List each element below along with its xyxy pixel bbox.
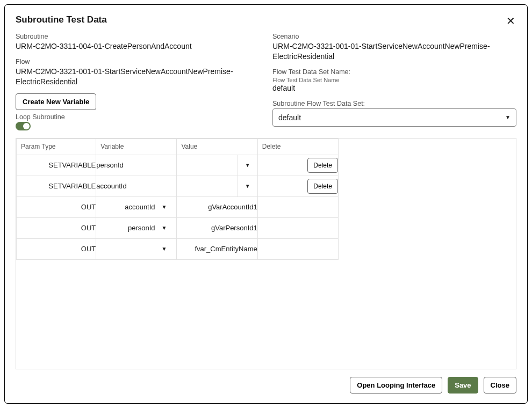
cell-param-type: OUT [17, 196, 96, 217]
table-row: SETVARIABLEaccountId▼Delete [17, 176, 339, 196]
cell-value: fvar_CmEntityName [177, 238, 257, 259]
cell-variable[interactable]: personId [96, 155, 177, 176]
delete-button[interactable]: Delete [307, 158, 338, 173]
subroutine-value: URM-C2MO-3311-004-01-CreatePersonAndAcco… [16, 41, 260, 52]
cell-value: gVarAccountId1 [177, 196, 257, 217]
scenario-label: Scenario [272, 33, 516, 40]
flow-tds-name-label: Flow Test Data Set Name: [272, 68, 516, 76]
close-icon[interactable]: ✕ [505, 14, 516, 27]
cell-delete [257, 217, 338, 238]
cell-variable[interactable]: accountId [96, 176, 177, 196]
cell-delete: Delete [257, 155, 338, 176]
table-row: SETVARIABLEpersonId▼Delete [17, 155, 339, 176]
flow-value: URM-C2MO-3321-001-01-StartServiceNewAcco… [16, 67, 260, 87]
dialog-footer: Open Looping Interface Save Close [16, 369, 516, 394]
params-grid: Param Type Variable Value Delete SETVARI… [16, 139, 339, 260]
cell-delete: Delete [257, 176, 338, 196]
flow-tds-name-sublabel: Flow Test Data Set Name [272, 77, 516, 83]
subroutine-flow-tds-label: Subroutine Flow Test Data Set: [272, 100, 516, 107]
subroutine-test-data-dialog: Subroutine Test Data ✕ Subroutine URM-C2… [4, 4, 528, 404]
cell-param-type: OUT [17, 238, 96, 259]
cell-variable[interactable]: accountId▼ [96, 196, 177, 217]
close-button[interactable]: Close [484, 377, 516, 394]
cell-value: ▼ [177, 155, 257, 176]
table-row: OUTpersonId▼gVarPersonId1 [17, 217, 339, 238]
chevron-down-icon: ▼ [505, 114, 511, 120]
delete-button[interactable]: Delete [307, 179, 338, 194]
cell-param-type: SETVARIABLE [17, 155, 96, 176]
chevron-down-icon: ▼ [245, 183, 250, 189]
subroutine-flow-tds-select[interactable]: default ▼ [272, 108, 516, 127]
chevron-down-icon: ▼ [162, 204, 167, 210]
params-grid-wrap: Param Type Variable Value Delete SETVARI… [16, 138, 516, 369]
loop-subroutine-toggle[interactable] [16, 122, 31, 130]
chevron-down-icon: ▼ [245, 162, 250, 168]
cell-delete [257, 196, 338, 217]
cell-delete [257, 238, 338, 259]
col-header-variable: Variable [96, 139, 177, 155]
loop-subroutine-label: Loop Subroutine [16, 113, 260, 121]
value-input[interactable] [177, 176, 238, 196]
variable-selected: personId [128, 224, 155, 232]
cell-variable[interactable]: personId▼ [96, 217, 177, 238]
flow-label: Flow [16, 58, 260, 65]
table-row: OUTaccountId▼gVarAccountId1 [17, 196, 339, 217]
flow-tds-name-value: default [272, 83, 516, 93]
table-row: OUT▼fvar_CmEntityName [17, 238, 339, 259]
cell-param-type: OUT [17, 217, 96, 238]
scenario-value: URM-C2MO-3321-001-01-StartServiceNewAcco… [272, 41, 516, 62]
col-header-value: Value [177, 139, 257, 155]
value-input[interactable] [177, 155, 238, 176]
save-button[interactable]: Save [448, 377, 478, 394]
value-dropdown-caret[interactable]: ▼ [238, 176, 257, 196]
subroutine-label: Subroutine [16, 33, 260, 40]
create-new-variable-button[interactable]: Create New Variable [16, 93, 96, 110]
variable-selected: accountId [125, 203, 155, 211]
cell-variable[interactable]: ▼ [96, 238, 177, 259]
open-looping-interface-button[interactable]: Open Looping Interface [350, 377, 442, 394]
col-header-param-type: Param Type [17, 139, 96, 155]
value-dropdown-caret[interactable]: ▼ [238, 155, 257, 176]
col-header-delete: Delete [257, 139, 338, 155]
subroutine-flow-tds-selected: default [278, 113, 301, 122]
cell-value: ▼ [177, 176, 257, 196]
dialog-title: Subroutine Test Data [16, 14, 107, 25]
cell-param-type: SETVARIABLE [17, 176, 96, 196]
cell-value: gVarPersonId1 [177, 217, 257, 238]
chevron-down-icon: ▼ [162, 225, 167, 231]
chevron-down-icon: ▼ [162, 246, 167, 252]
